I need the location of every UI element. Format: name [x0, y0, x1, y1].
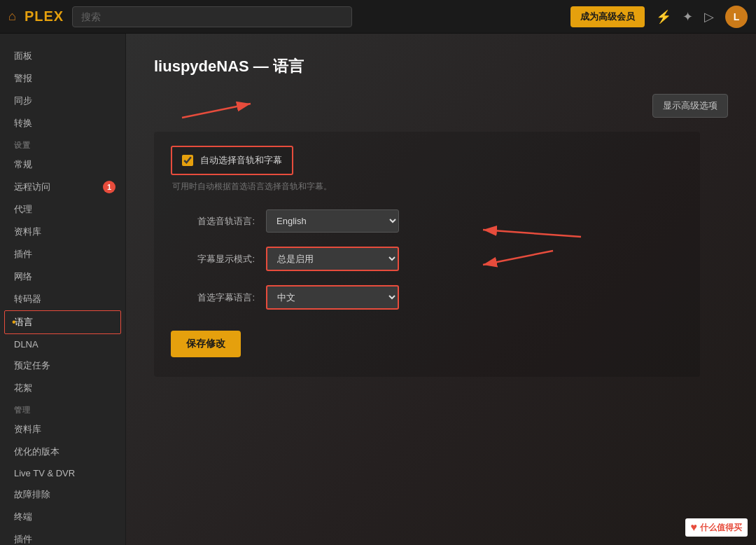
topnav-right: 成为高级会员 ⚡ ✦ ▷ L	[570, 6, 748, 28]
search-input[interactable]	[72, 6, 352, 27]
lightning-icon[interactable]: ⚡	[656, 9, 671, 25]
sidebar-item-转换[interactable]: 转换	[0, 112, 125, 134]
page-title: liuspydeNAS — 语言	[154, 56, 728, 77]
home-icon[interactable]: ⌂	[8, 9, 16, 24]
sidebar-item-花絮[interactable]: 花絮	[0, 377, 125, 399]
cast-icon[interactable]: ▷	[704, 9, 714, 25]
plex-logo: PLEX	[24, 8, 64, 25]
main-content: liuspydeNAS — 语言 显示高级选项 自动选择音轨和字幕 可用时自动根…	[126, 34, 756, 545]
sidebar-section-settings: 设置	[0, 134, 125, 153]
watermark-icon: ♥	[691, 521, 698, 534]
sidebar-item-警报[interactable]: 警报	[0, 67, 125, 90]
show-advanced-button[interactable]: 显示高级选项	[652, 94, 728, 118]
audio-language-label: 首选音轨语言:	[171, 215, 255, 228]
sidebar-item-插件[interactable]: 插件	[0, 243, 125, 265]
sidebar-item-livetv[interactable]: Live TV & DVR	[0, 463, 125, 483]
sidebar-item-网络[interactable]: 网络	[0, 265, 125, 288]
auto-select-label: 自动选择音轨和字幕	[200, 154, 282, 167]
advanced-btn-row: 显示高级选项	[154, 94, 728, 118]
sidebar-item-代理[interactable]: 代理	[0, 198, 125, 221]
sidebar-item-语言[interactable]: 语言	[4, 310, 121, 334]
top-navigation: ⌂ PLEX 成为高级会员 ⚡ ✦ ▷ L	[0, 0, 756, 34]
watermark: ♥ 什么值得买	[685, 518, 748, 537]
sidebar-item-远程访问[interactable]: 远程访问 1	[0, 176, 125, 198]
notification-badge: 1	[103, 181, 115, 193]
watermark-text: 什么值得买	[700, 522, 742, 534]
auto-select-checkbox[interactable]	[182, 155, 193, 166]
sidebar-item-管理插件[interactable]: 插件	[0, 528, 125, 545]
sidebar-item-面板[interactable]: 面板	[0, 45, 125, 67]
subtitle-language-label: 首选字幕语言:	[171, 291, 255, 304]
sidebar-item-管理资料库[interactable]: 资料库	[0, 418, 125, 441]
save-button[interactable]: 保存修改	[171, 331, 241, 357]
subtitle-mode-label: 字幕显示模式:	[171, 253, 255, 265]
audio-language-row: 首选音轨语言: English Chinese Japanese Korean	[171, 209, 683, 233]
main-layout: 面板 警报 同步 转换 设置 常规 远程访问 1 代理 资料库 插件 网络 转码…	[0, 34, 756, 545]
subtitle-mode-select[interactable]: 总是启用 自动选择 禁用	[266, 247, 399, 271]
sidebar-item-同步[interactable]: 同步	[0, 90, 125, 112]
avatar[interactable]: L	[725, 6, 748, 28]
sidebar-item-DLNA[interactable]: DLNA	[0, 334, 125, 354]
wrench-icon[interactable]: ✦	[682, 9, 693, 25]
subtitle-language-select[interactable]: 中文 English 日本語 한국어	[266, 285, 399, 310]
premium-button[interactable]: 成为高级会员	[570, 6, 645, 27]
sidebar-item-故障排除[interactable]: 故障排除	[0, 483, 125, 506]
sidebar: 面板 警报 同步 转换 设置 常规 远程访问 1 代理 资料库 插件 网络 转码…	[0, 34, 126, 545]
subtitle-mode-row: 字幕显示模式: 总是启用 自动选择 禁用	[171, 247, 683, 271]
auto-select-desc: 可用时自动根据首选语言选择音轨和字幕。	[172, 181, 683, 193]
sidebar-section-admin: 管理	[0, 399, 125, 418]
settings-card: 自动选择音轨和字幕 可用时自动根据首选语言选择音轨和字幕。 首选音轨语言: En…	[154, 132, 700, 377]
sidebar-item-预定任务[interactable]: 预定任务	[0, 354, 125, 377]
sidebar-item-转码器[interactable]: 转码器	[0, 288, 125, 310]
sidebar-item-终端[interactable]: 终端	[0, 506, 125, 528]
audio-language-select[interactable]: English Chinese Japanese Korean	[266, 209, 399, 233]
sidebar-item-常规[interactable]: 常规	[0, 153, 125, 176]
main-inner: liuspydeNAS — 语言 显示高级选项 自动选择音轨和字幕 可用时自动根…	[126, 34, 756, 545]
subtitle-language-row: 首选字幕语言: 中文 English 日本語 한국어	[171, 285, 683, 310]
sidebar-item-资料库[interactable]: 资料库	[0, 221, 125, 243]
sidebar-item-优化版本[interactable]: 优化的版本	[0, 441, 125, 463]
auto-select-row: 自动选择音轨和字幕	[171, 146, 293, 175]
